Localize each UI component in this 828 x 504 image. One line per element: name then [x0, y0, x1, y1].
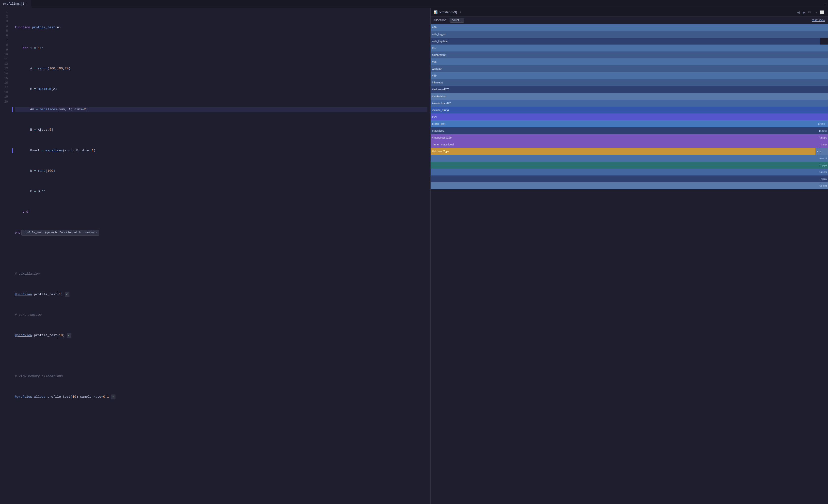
- flame-block-inlineeval[interactable]: inlineeval: [430, 79, 828, 86]
- flame-row-69[interactable]: #69: [430, 72, 828, 79]
- result-16: ✓: [67, 333, 71, 338]
- code-line-6: B = A[:,:,5]: [15, 128, 427, 133]
- flame-row-sort-hash[interactable]: #sort#: [430, 155, 828, 162]
- ln-7: 7: [0, 38, 10, 43]
- highlight-bar-7: [12, 148, 12, 153]
- flame-row-vector[interactable]: Vector: [430, 182, 828, 189]
- flame-row-hideprompt[interactable]: hideprompt: [430, 51, 828, 58]
- flame-row-withpath[interactable]: withpath: [430, 65, 828, 72]
- profiler-expand-button[interactable]: ⬜: [819, 10, 825, 15]
- flame-block-mapslices[interactable]: mapslices: [430, 127, 828, 134]
- code-line-3: A = randn(100,100,20): [15, 66, 427, 72]
- tab-profiling-jl-label: profiling.jl: [3, 2, 24, 6]
- flame-block-withpath[interactable]: withpath: [430, 65, 828, 72]
- flame-row-inlineeval76[interactable]: #inlineeval#76: [430, 86, 828, 93]
- tooltip-profile-test: profile_test (generic function with 1 me…: [22, 230, 99, 236]
- profiler-layout-button[interactable]: ▭: [813, 10, 818, 15]
- allocation-select-wrapper[interactable]: count size none: [450, 18, 464, 22]
- flame-block-inlineeval76[interactable]: #inlineeval#76: [430, 86, 828, 93]
- ln-1: 1: [0, 10, 10, 14]
- flame-block-sort-hash[interactable]: [430, 155, 828, 162]
- ln-16: 16: [0, 81, 10, 85]
- flame-block-array[interactable]: [430, 176, 828, 182]
- code-line-16: @profview profile_test(10) ✓: [15, 333, 427, 338]
- highlight-bar-5: [12, 107, 12, 112]
- ln-6: 6: [0, 34, 10, 38]
- ln-9: 9: [0, 48, 10, 52]
- flame-block-unknowntype[interactable]: UnknownType: [430, 148, 816, 155]
- reset-view-button[interactable]: reset view: [812, 18, 825, 22]
- flame-row-similar[interactable]: similar: [430, 169, 828, 176]
- flame-block-sort[interactable]: sort: [816, 148, 828, 155]
- flame-block-with-logstate[interactable]: with_logstate: [430, 38, 820, 45]
- flame-block-include-string[interactable]: include_string: [430, 106, 828, 113]
- flame-block-66[interactable]: #66: [430, 24, 828, 31]
- flame-row-with-logger[interactable]: with_logger: [430, 31, 828, 38]
- flame-block-copyrr[interactable]: [430, 162, 828, 169]
- flame-label-right-similar: similar: [819, 171, 827, 174]
- code-line-18: # view memory allocations: [15, 374, 427, 379]
- allocation-bar: Allocation: count size none reset view: [430, 17, 828, 24]
- flame-block-mapslices199[interactable]: #mapslices#199: [430, 134, 828, 141]
- flame-block-hideprompt[interactable]: hideprompt: [430, 51, 828, 58]
- flame-row-66[interactable]: #66: [430, 24, 828, 31]
- code-line-7: Bsort = mapslices(sort, B; dims=1): [15, 148, 427, 153]
- tab-close-profiling[interactable]: ×: [26, 2, 28, 6]
- flame-row-copyrr[interactable]: copyrr: [430, 162, 828, 169]
- code-line-5: Am = mapslices(sum, A; dims=2): [15, 107, 427, 112]
- flame-label-right-copyrr: copyrr: [819, 164, 827, 167]
- ln-11: 11: [0, 57, 10, 62]
- flame-row-mapslices199[interactable]: #mapslices#199 #maps: [430, 134, 828, 141]
- flame-row-include-string[interactable]: include_string: [430, 106, 828, 113]
- flame-block-similar[interactable]: [430, 169, 828, 176]
- flame-row-inlineeval[interactable]: inlineeval: [430, 79, 828, 86]
- profiler-forward-button[interactable]: ▶: [802, 10, 806, 15]
- profiler-title-label: Profiler (3/3): [440, 10, 457, 14]
- flamegraph[interactable]: #66 with_logger with_logstate #67 hidepr…: [430, 24, 828, 504]
- ln-10: 10: [0, 52, 10, 57]
- flame-row-unknowntype[interactable]: UnknownType sort: [430, 148, 828, 155]
- ln-5: 5: [0, 29, 10, 34]
- result-14: ✓: [65, 292, 70, 297]
- flame-row-68[interactable]: #68: [430, 58, 828, 65]
- flame-row-invokelatest[interactable]: invokelatest: [430, 93, 828, 100]
- line-numbers: 1 2 3 4 5 6 7 8 9 10 11 12 13 14 15 16 1…: [0, 8, 12, 504]
- flame-label-right-inner-mapslices: _inner: [819, 143, 827, 146]
- flame-row-profile-test[interactable]: profile_test profile_: [430, 120, 828, 127]
- flame-row-mapslices[interactable]: mapslices mapsli: [430, 127, 828, 134]
- flame-label-right-profile-test: profile_: [818, 122, 827, 125]
- flame-block-68[interactable]: #68: [430, 58, 828, 65]
- flame-block-with-logger[interactable]: with_logger: [430, 31, 828, 38]
- flame-row-inner-mapslices[interactable]: _inner_mapslices! _inner: [430, 141, 828, 148]
- flame-block-eval[interactable]: eval: [430, 113, 828, 120]
- flame-block-invokelatest2[interactable]: #invokelatest#2: [430, 100, 828, 106]
- code-line-9: C = B.*b: [15, 189, 427, 194]
- ln-8: 8: [0, 43, 10, 47]
- code-area[interactable]: function profile_test(n) for i = 1:n A =…: [12, 8, 430, 504]
- flame-row-with-logstate[interactable]: with_logstate: [430, 38, 828, 45]
- profiler-pane: 📊 Profiler (3/3) × ◀ ▶ ⧉ ▭ ⬜ Allocation:…: [430, 8, 828, 504]
- flame-block-vector[interactable]: [430, 182, 828, 189]
- flame-row-67[interactable]: #67: [430, 45, 828, 51]
- flame-row-eval[interactable]: eval: [430, 113, 828, 120]
- flame-block-profile-test[interactable]: profile_test: [430, 120, 828, 127]
- profiler-back-button[interactable]: ◀: [796, 10, 801, 15]
- flame-row-array[interactable]: Array: [430, 176, 828, 182]
- code-line-20: [15, 415, 427, 420]
- kw-function: function: [15, 25, 32, 30]
- code-line-15: # pure runtime: [15, 313, 427, 318]
- flame-label-right-sort-hash: #sort#: [819, 157, 827, 160]
- flame-block-69[interactable]: #69: [430, 72, 828, 79]
- flame-block-67[interactable]: #67: [430, 45, 828, 51]
- flame-row-invokelatest2[interactable]: #invokelatest#2: [430, 100, 828, 106]
- allocation-select[interactable]: count size none: [450, 18, 464, 22]
- profiler-copy-button[interactable]: ⧉: [807, 10, 812, 15]
- profiler-close-button[interactable]: ×: [459, 10, 461, 14]
- editor-menu-button[interactable]: ⋯: [822, 2, 828, 6]
- flame-block-inner-mapslices[interactable]: _inner_mapslices!: [430, 141, 828, 148]
- main-layout: 1 2 3 4 5 6 7 8 9 10 11 12 13 14 15 16 1…: [0, 8, 828, 504]
- profiler-header: 📊 Profiler (3/3) × ◀ ▶ ⧉ ▭ ⬜: [430, 8, 828, 17]
- tab-profiling-jl[interactable]: profiling.jl ×: [0, 0, 31, 8]
- ln-12: 12: [0, 62, 10, 66]
- flame-block-invokelatest[interactable]: invokelatest: [430, 93, 828, 100]
